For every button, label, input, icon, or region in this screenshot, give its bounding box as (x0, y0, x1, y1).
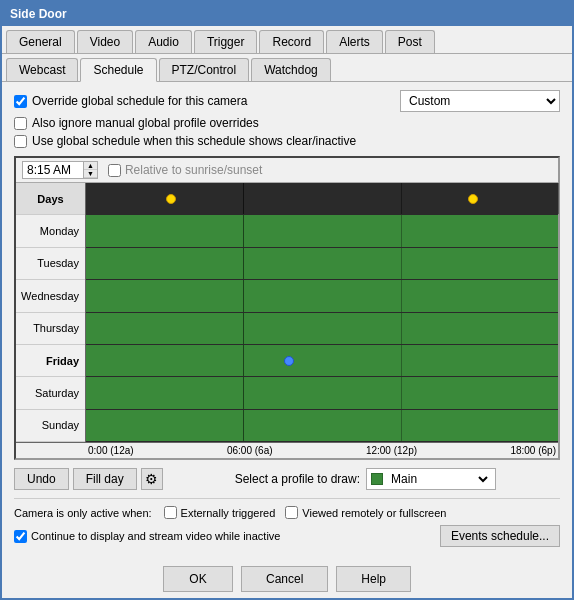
grid-monday[interactable] (86, 215, 558, 247)
vline-sun-1 (243, 410, 244, 441)
day-tuesday: Tuesday (16, 248, 85, 280)
vline-mon-1 (243, 215, 244, 246)
externally-triggered-label: Externally triggered (181, 507, 276, 519)
content-area: Override global schedule for this camera… (2, 82, 572, 558)
viewed-remotely-option: Viewed remotely or fullscreen (285, 506, 446, 519)
externally-triggered-option: Externally triggered (164, 506, 276, 519)
controls-row: Undo Fill day ⚙ Select a profile to draw… (14, 468, 560, 490)
grid-wednesday[interactable] (86, 280, 558, 312)
dot-yellow-2[interactable] (468, 194, 478, 204)
vline-wed-2 (401, 280, 402, 311)
vline-sat-1 (243, 377, 244, 408)
tab-video[interactable]: Video (77, 30, 133, 53)
schedule-container: 8:15 AM ▲ ▼ Relative to sunrise/sunset D… (14, 156, 560, 460)
bottom-buttons: OK Cancel Help (2, 558, 572, 598)
ignore-manual-label: Also ignore manual global profile overri… (32, 116, 259, 130)
time-label-1: 06:00 (6a) (227, 445, 273, 456)
vline-thu-2 (401, 313, 402, 344)
continue-stream-checkbox[interactable] (14, 530, 27, 543)
undo-button[interactable]: Undo (14, 468, 69, 490)
tab-row-2: Webcast Schedule PTZ/Control Watchdog (2, 54, 572, 82)
time-labels: 0:00 (12a) 06:00 (6a) 12:00 (12p) 18:00 … (86, 445, 558, 456)
separator-1 (14, 498, 560, 499)
sunrise-label: Relative to sunrise/sunset (125, 163, 262, 177)
vline-fri-2 (401, 345, 402, 376)
day-friday: Friday (16, 345, 85, 377)
tab-record[interactable]: Record (259, 30, 324, 53)
tab-ptz-control[interactable]: PTZ/Control (159, 58, 250, 81)
tab-audio[interactable]: Audio (135, 30, 192, 53)
time-spacer (16, 445, 86, 456)
day-thursday: Thursday (16, 313, 85, 345)
grid-thursday[interactable] (86, 313, 558, 345)
override-global-checkbox[interactable] (14, 95, 27, 108)
days-header: Days (16, 183, 85, 215)
vline-sun-2 (401, 410, 402, 441)
camera-active-row: Camera is only active when: Externally t… (14, 506, 560, 519)
use-global-label: Use global schedule when this schedule s… (32, 134, 356, 148)
grid-friday[interactable] (86, 345, 558, 377)
continue-stream-label: Continue to display and stream video whi… (31, 530, 280, 542)
window-title: Side Door (10, 7, 67, 21)
ignore-manual-row: Also ignore manual global profile overri… (14, 116, 560, 130)
use-global-row: Use global schedule when this schedule s… (14, 134, 560, 148)
day-monday: Monday (16, 215, 85, 247)
grid-tuesday[interactable] (86, 248, 558, 280)
override-global-label: Override global schedule for this camera (32, 94, 247, 108)
time-label-2: 12:00 (12p) (366, 445, 417, 456)
title-bar: Side Door (2, 2, 572, 26)
time-input[interactable]: 8:15 AM (23, 162, 83, 178)
use-global-checkbox[interactable] (14, 135, 27, 148)
continue-stream-row: Continue to display and stream video whi… (14, 525, 560, 547)
vline-wed-1 (243, 280, 244, 311)
tab-row-1: General Video Audio Trigger Record Alert… (2, 26, 572, 54)
day-sunday: Sunday (16, 410, 85, 442)
tab-trigger[interactable]: Trigger (194, 30, 258, 53)
dot-yellow-1[interactable] (166, 194, 176, 204)
viewed-remotely-checkbox[interactable] (285, 506, 298, 519)
grid-saturday[interactable] (86, 377, 558, 409)
cancel-button[interactable]: Cancel (241, 566, 328, 592)
tab-webcast[interactable]: Webcast (6, 58, 78, 81)
sunrise-checkbox[interactable] (108, 164, 121, 177)
schedule-body: Days Monday Tuesday Wednesday Thursday F… (16, 183, 558, 442)
vline-fri-1 (243, 345, 244, 376)
profile-select[interactable]: Main Motion Off Custom (387, 471, 491, 487)
ok-button[interactable]: OK (163, 566, 233, 592)
vline-2 (401, 183, 402, 214)
grid-area[interactable] (86, 183, 558, 442)
vline-1 (243, 183, 244, 214)
dot-blue-friday[interactable] (284, 356, 294, 366)
vline-tue-1 (243, 248, 244, 279)
help-button[interactable]: Help (336, 566, 411, 592)
tab-schedule[interactable]: Schedule (80, 58, 156, 82)
ignore-manual-checkbox[interactable] (14, 117, 27, 130)
schedule-header: 8:15 AM ▲ ▼ Relative to sunrise/sunset (16, 158, 558, 183)
time-spinner[interactable]: 8:15 AM ▲ ▼ (22, 161, 98, 179)
time-label-3: 18:00 (6p) (510, 445, 556, 456)
fill-day-button[interactable]: Fill day (73, 468, 137, 490)
tab-watchdog[interactable]: Watchdog (251, 58, 331, 81)
externally-triggered-checkbox[interactable] (164, 506, 177, 519)
tab-general[interactable]: General (6, 30, 75, 53)
events-schedule-button[interactable]: Events schedule... (440, 525, 560, 547)
profile-label: Select a profile to draw: (235, 472, 360, 486)
profile-color-indicator (371, 473, 383, 485)
day-saturday: Saturday (16, 377, 85, 409)
time-label-0: 0:00 (12a) (88, 445, 134, 456)
grid-header-row (86, 183, 558, 215)
custom-dropdown[interactable]: Custom 24/7 Record Motion Only Off (400, 90, 560, 112)
gear-icon[interactable]: ⚙ (141, 468, 163, 490)
tab-post[interactable]: Post (385, 30, 435, 53)
tab-alerts[interactable]: Alerts (326, 30, 383, 53)
day-labels: Days Monday Tuesday Wednesday Thursday F… (16, 183, 86, 442)
override-left: Override global schedule for this camera (14, 94, 247, 108)
spinner-down[interactable]: ▼ (84, 170, 97, 178)
vline-sat-2 (401, 377, 402, 408)
profile-dropdown[interactable]: Main Motion Off Custom (366, 468, 496, 490)
spinner-up[interactable]: ▲ (84, 162, 97, 170)
spinner-buttons: ▲ ▼ (83, 162, 97, 178)
day-wednesday: Wednesday (16, 280, 85, 312)
main-window: Side Door General Video Audio Trigger Re… (0, 0, 574, 600)
grid-sunday[interactable] (86, 410, 558, 442)
